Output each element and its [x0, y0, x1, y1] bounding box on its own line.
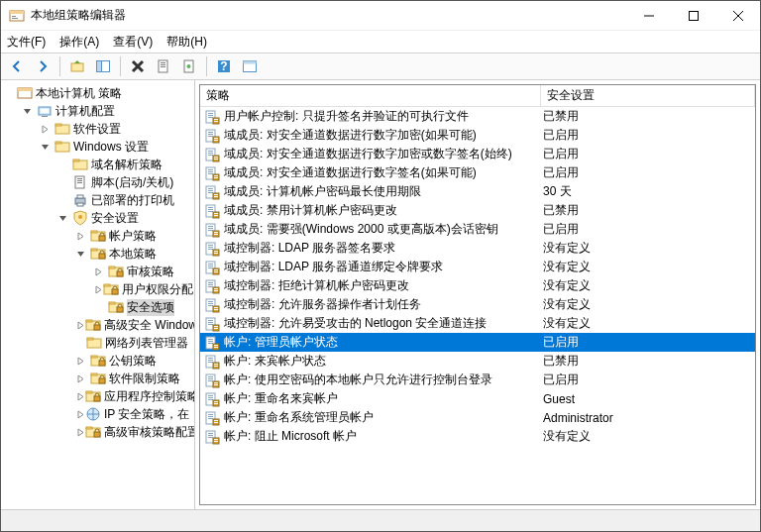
policy-item-icon — [204, 410, 220, 426]
gpedit-window: 本地组策略编辑器 文件(F) 操作(A) 查看(V) 帮助(H) ? — [0, 0, 761, 532]
tree-item[interactable]: Windows 设置 — [1, 138, 194, 156]
policy-row[interactable]: 域控制器: 允许易受攻击的 Netlogon 安全通道连接没有定义 — [200, 314, 755, 333]
policy-value: 已禁用 — [543, 202, 579, 219]
column-setting[interactable]: 安全设置 — [541, 85, 755, 106]
policy-row[interactable]: 帐户: 管理员帐户状态已启用 — [200, 333, 755, 352]
tree-item[interactable]: 审核策略 — [1, 263, 194, 280]
policy-row[interactable]: 域成员: 禁用计算机帐户密码更改已禁用 — [200, 201, 755, 220]
policy-row[interactable]: 域控制器: 拒绝计算机帐户密码更改没有定义 — [200, 276, 755, 295]
twisty-icon[interactable] — [94, 267, 108, 276]
refresh-button[interactable] — [238, 54, 262, 78]
policy-row[interactable]: 帐户: 重命名来宾帐户Guest — [200, 389, 755, 408]
close-button[interactable] — [715, 1, 760, 30]
forward-button[interactable] — [31, 54, 54, 78]
column-policy[interactable]: 策略 — [200, 85, 541, 106]
twisty-icon[interactable] — [41, 143, 54, 152]
tree-item[interactable]: 高级审核策略配置 — [1, 423, 194, 441]
up-button[interactable] — [65, 54, 89, 78]
tree-item[interactable]: 计算机配置 — [1, 102, 194, 120]
tree-pane[interactable]: 本地计算机 策略 计算机配置软件设置Windows 设置域名解析策略脚本(启动/… — [1, 80, 195, 509]
delete-button[interactable] — [126, 54, 150, 78]
tree-item[interactable]: 软件限制策略 — [1, 370, 194, 387]
tree-item[interactable]: 已部署的打印机 — [1, 191, 194, 209]
twisty-icon[interactable] — [23, 107, 37, 116]
menu-help[interactable]: 帮助(H) — [166, 34, 207, 51]
tree-item[interactable]: 软件设置 — [1, 120, 194, 138]
policy-item-icon — [204, 165, 220, 181]
policy-row[interactable]: 域成员: 对安全通道数据进行数字签名(如果可能)已启用 — [200, 163, 755, 182]
policy-value: 已启用 — [543, 127, 579, 144]
tree-item[interactable]: 公钥策略 — [1, 352, 194, 370]
twisty-icon[interactable] — [41, 125, 54, 134]
status-bar — [1, 509, 760, 531]
policy-item-icon — [204, 335, 220, 351]
menu-file[interactable]: 文件(F) — [7, 34, 46, 51]
twisty-icon[interactable] — [76, 250, 90, 259]
window-title: 本地组策略编辑器 — [31, 7, 626, 24]
svg-rect-16 — [161, 66, 165, 67]
tree-item[interactable]: 高级安全 Windows — [1, 316, 194, 334]
policy-row[interactable]: 帐户: 重命名系统管理员帐户Administrator — [200, 408, 755, 427]
policy-row[interactable]: 域成员: 计算机帐户密码最长使用期限30 天 — [200, 182, 755, 201]
tree-label: 审核策略 — [127, 264, 174, 280]
export-button[interactable] — [152, 54, 175, 78]
tree-label: 本地计算机 策略 — [36, 85, 122, 102]
tree-item[interactable]: 本地策略 — [1, 245, 194, 263]
tree-item[interactable]: 脚本(启动/关机) — [1, 173, 194, 191]
twisty-icon[interactable] — [76, 410, 85, 419]
tree-root[interactable]: 本地计算机 策略 — [1, 84, 194, 102]
tree-label: 本地策略 — [109, 246, 157, 263]
minimize-button[interactable] — [626, 1, 671, 30]
policy-row[interactable]: 域成员: 对安全通道数据进行数字加密(如果可能)已启用 — [200, 126, 755, 145]
tree-item[interactable]: 网络列表管理器 — [1, 334, 194, 352]
tree-item[interactable]: 用户权限分配 — [1, 280, 194, 298]
tree-item[interactable]: 安全设置 — [1, 209, 194, 227]
policy-value: 已禁用 — [543, 108, 579, 125]
policy-row[interactable]: 域成员: 需要强(Windows 2000 或更高版本)会话密钥已启用 — [200, 220, 755, 239]
tree-item[interactable]: 应用程序控制策略 — [1, 387, 194, 405]
tree-item[interactable]: 域名解析策略 — [1, 156, 194, 173]
tree-item[interactable]: 安全选项 — [1, 298, 194, 316]
folder-lock-icon — [90, 246, 106, 262]
policy-value: 没有定义 — [543, 428, 591, 445]
twisty-icon[interactable] — [76, 357, 90, 366]
folder-lock-icon — [85, 424, 101, 440]
twisty-icon[interactable] — [94, 285, 103, 294]
policy-name: 域控制器: 拒绝计算机帐户密码更改 — [224, 277, 543, 294]
twisty-icon[interactable] — [76, 428, 85, 437]
properties-button[interactable] — [177, 54, 201, 78]
show-hide-tree-button[interactable] — [91, 54, 115, 78]
twisty-icon[interactable] — [76, 392, 85, 401]
twisty-icon[interactable] — [58, 214, 72, 223]
back-button[interactable] — [5, 54, 29, 78]
policy-row[interactable]: 域控制器: 允许服务器操作者计划任务没有定义 — [200, 295, 755, 314]
policy-row[interactable]: 帐户: 来宾帐户状态已禁用 — [200, 352, 755, 371]
policy-row[interactable]: 用户帐户控制: 只提升签名并验证的可执行文件已禁用 — [200, 107, 755, 126]
menu-view[interactable]: 查看(V) — [113, 34, 153, 51]
twisty-icon[interactable] — [76, 232, 90, 241]
twisty-icon[interactable] — [76, 374, 90, 383]
tree-item[interactable]: 帐户策略 — [1, 227, 194, 245]
tree-label: Windows 设置 — [73, 139, 149, 156]
policy-row[interactable]: 帐户: 使用空密码的本地帐户只允许进行控制台登录已启用 — [200, 371, 755, 389]
svg-text:?: ? — [220, 59, 227, 73]
tree-label: 脚本(启动/关机) — [91, 174, 173, 191]
policy-row[interactable]: 域控制器: LDAP 服务器签名要求没有定义 — [200, 239, 755, 258]
folder-lock-icon — [90, 228, 106, 244]
policy-row[interactable]: 域控制器: LDAP 服务器通道绑定令牌要求没有定义 — [200, 258, 755, 276]
policy-name: 域控制器: 允许服务器操作者计划任务 — [224, 296, 543, 313]
list-body[interactable]: 用户帐户控制: 只提升签名并验证的可执行文件已禁用域成员: 对安全通道数据进行数… — [200, 107, 755, 504]
security-icon — [72, 210, 88, 226]
policy-name: 帐户: 管理员帐户状态 — [224, 334, 543, 351]
twisty-icon[interactable] — [76, 321, 85, 330]
policy-row[interactable]: 域成员: 对安全通道数据进行数字加密或数字签名(始终)已启用 — [200, 145, 755, 163]
folder-lock-icon — [108, 264, 124, 279]
policy-name: 域成员: 需要强(Windows 2000 或更高版本)会话密钥 — [224, 221, 543, 238]
tree-item[interactable]: IP 安全策略，在 — [1, 405, 194, 423]
menu-action[interactable]: 操作(A) — [59, 34, 99, 51]
policy-row[interactable]: 帐户: 阻止 Microsoft 帐户没有定义 — [200, 427, 755, 446]
help-button[interactable]: ? — [212, 54, 236, 78]
maximize-button[interactable] — [671, 1, 715, 30]
policy-value: Administrator — [543, 411, 613, 425]
policy-item-icon — [204, 241, 220, 257]
